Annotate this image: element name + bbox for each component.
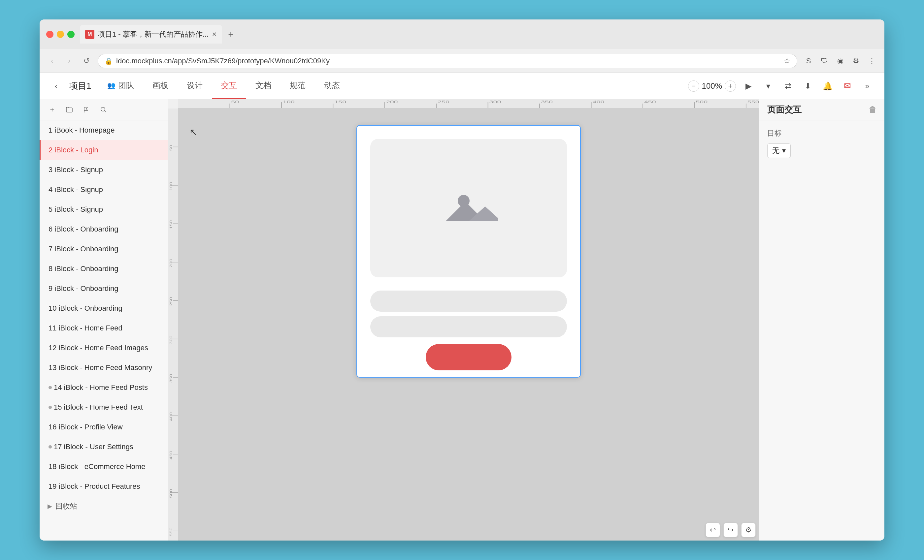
svg-text:550: 550	[747, 100, 759, 104]
profile-icon[interactable]: ◉	[834, 55, 846, 67]
recycle-bin-section[interactable]: ▶ 回收站	[40, 496, 168, 516]
svg-text:150: 150	[169, 220, 173, 229]
page-item-19[interactable]: 19 iBlock - Product Features	[40, 476, 168, 496]
nav-canvas[interactable]: 画板	[143, 73, 177, 99]
page-item-1[interactable]: 1 iBook - Homepage	[40, 120, 168, 140]
page-item-7[interactable]: 7 iBlock - Onboarding	[40, 239, 168, 259]
ruler-left: 50 100 150 200 250 300 350	[168, 108, 178, 541]
svg-text:100: 100	[169, 182, 173, 191]
target-dropdown[interactable]: 无 ▾	[767, 144, 790, 158]
left-panel: +	[40, 99, 168, 541]
new-tab-button[interactable]: +	[225, 28, 237, 41]
svg-text:350: 350	[541, 100, 553, 104]
settings-nav-icon[interactable]: ⚙	[850, 55, 862, 67]
svg-text:450: 450	[169, 451, 173, 460]
back-to-projects[interactable]: ‹	[50, 81, 63, 91]
nav-activity-label: 动态	[324, 80, 340, 91]
search-button[interactable]	[98, 104, 110, 116]
nav-design-label: 设计	[187, 80, 202, 91]
ruler-area: 50 100 150 200 250 300 350	[168, 99, 759, 541]
canvas-settings-button[interactable]: ⚙	[741, 523, 756, 537]
zoom-out-button[interactable]: −	[688, 81, 699, 92]
nav-activity[interactable]: 动态	[315, 73, 349, 99]
right-panel-header: 页面交互 🗑	[759, 99, 884, 120]
page-item-8[interactable]: 8 iBlock - Onboarding	[40, 259, 168, 279]
svg-text:250: 250	[169, 297, 173, 306]
notification-button[interactable]: 🔔	[820, 79, 835, 93]
app-toolbar: ‹ 项目1 👥 团队 画板 设计 交互 文档 规范 动态	[40, 73, 884, 99]
canvas-container: 50 100 150 200 250 300 350	[168, 99, 759, 541]
page-item-5[interactable]: 5 iBlock - Signup	[40, 199, 168, 219]
tab-close-button[interactable]: ✕	[212, 31, 217, 38]
right-panel-body: 目标 无 ▾	[759, 120, 884, 166]
zoom-in-button[interactable]: +	[724, 81, 736, 92]
play-button[interactable]: ▶	[741, 79, 756, 93]
page-item-6[interactable]: 6 iBlock - Onboarding	[40, 219, 168, 239]
page-item-18[interactable]: 18 iBlock - eCommerce Home	[40, 457, 168, 476]
minimize-button[interactable]	[57, 31, 64, 38]
svg-rect-24	[168, 108, 178, 541]
page-item-15[interactable]: 15 iBlock - Home Feed Text	[40, 397, 168, 417]
canvas-area[interactable]: ↖	[178, 108, 759, 541]
extensions-icon[interactable]: S	[802, 55, 814, 67]
zoom-level: 100%	[702, 81, 722, 91]
page-item-12[interactable]: 12 iBlock - Home Feed Images	[40, 338, 168, 358]
svg-text:200: 200	[169, 259, 173, 268]
more-icon[interactable]: ⋮	[866, 55, 878, 67]
flag-button[interactable]	[81, 104, 92, 116]
nav-interact-label: 交互	[221, 80, 237, 91]
page-item-4[interactable]: 4 iBlock - Signup	[40, 180, 168, 199]
mail-button[interactable]: ✉	[840, 79, 855, 93]
page-item-10[interactable]: 10 iBlock - Onboarding	[40, 298, 168, 318]
right-panel-title: 页面交互	[767, 104, 802, 115]
share-button[interactable]: ⇄	[781, 79, 795, 93]
canvas-controls: ↩ ↪ ⚙	[705, 523, 756, 537]
undo-button[interactable]: ↩	[705, 523, 720, 537]
nav-design[interactable]: 设计	[177, 73, 212, 99]
svg-text:300: 300	[169, 335, 173, 344]
back-button[interactable]: ‹	[46, 55, 58, 67]
shield-icon[interactable]: 🛡	[818, 55, 830, 67]
svg-text:300: 300	[489, 100, 501, 104]
page-item-16[interactable]: 16 iBlock - Profile View	[40, 417, 168, 437]
page-item-13[interactable]: 13 iBlock - Home Feed Masonry	[40, 358, 168, 377]
nav-docs[interactable]: 文档	[246, 73, 280, 99]
svg-text:50: 50	[169, 145, 173, 151]
add-page-button[interactable]: +	[46, 104, 58, 116]
delete-interaction-button[interactable]: 🗑	[868, 105, 876, 114]
page-item-2[interactable]: 2 iBlock - Login	[40, 140, 168, 160]
nav-bar: ‹ › ↺ 🔒 idoc.mockplus.cn/app/SvSmJ5K7z69…	[40, 49, 884, 73]
target-label: 目标	[767, 128, 876, 138]
download-button[interactable]: ⬇	[801, 79, 815, 93]
zoom-control: − 100% +	[688, 81, 736, 92]
more-options-button[interactable]: »	[860, 79, 874, 93]
svg-text:200: 200	[386, 100, 398, 104]
nav-interact[interactable]: 交互	[212, 73, 246, 99]
right-panel: 页面交互 🗑 目标 无 ▾	[759, 99, 884, 541]
svg-text:500: 500	[169, 489, 173, 498]
svg-text:450: 450	[644, 100, 656, 104]
ruler-top: 50 100 150 200 250 300 350	[178, 99, 759, 108]
mountain-icon	[439, 188, 498, 228]
folder-button[interactable]	[63, 104, 75, 116]
page-item-17[interactable]: 17 iBlock - User Settings	[40, 437, 168, 457]
nav-spec[interactable]: 规范	[280, 73, 315, 99]
address-bar[interactable]: 🔒 idoc.mockplus.cn/app/SvSmJ5K7z69/proto…	[98, 54, 797, 68]
dropdown-play-button[interactable]: ▾	[761, 79, 776, 93]
redo-button[interactable]: ↪	[723, 523, 738, 537]
frame-login-button[interactable]	[426, 344, 512, 370]
page-item-11[interactable]: 11 iBlock - Home Feed	[40, 318, 168, 338]
page-item-14[interactable]: 14 iBlock - Home Feed Posts	[40, 377, 168, 397]
bookmark-icon[interactable]: ☆	[784, 57, 790, 65]
forward-button[interactable]: ›	[63, 55, 75, 67]
close-button[interactable]	[46, 31, 54, 38]
nav-team[interactable]: 👥 团队	[98, 73, 143, 99]
frame-input-bar-1	[370, 290, 567, 311]
active-tab[interactable]: M 项目1 - 摹客，新一代的产品协作... ✕	[80, 25, 222, 43]
canvas-frame[interactable]	[356, 125, 581, 377]
page-item-3[interactable]: 3 iBlock - Signup	[40, 160, 168, 180]
refresh-button[interactable]: ↺	[81, 55, 92, 67]
page-item-9[interactable]: 9 iBlock - Onboarding	[40, 279, 168, 298]
maximize-button[interactable]	[68, 31, 75, 38]
tab-favicon: M	[85, 30, 94, 39]
